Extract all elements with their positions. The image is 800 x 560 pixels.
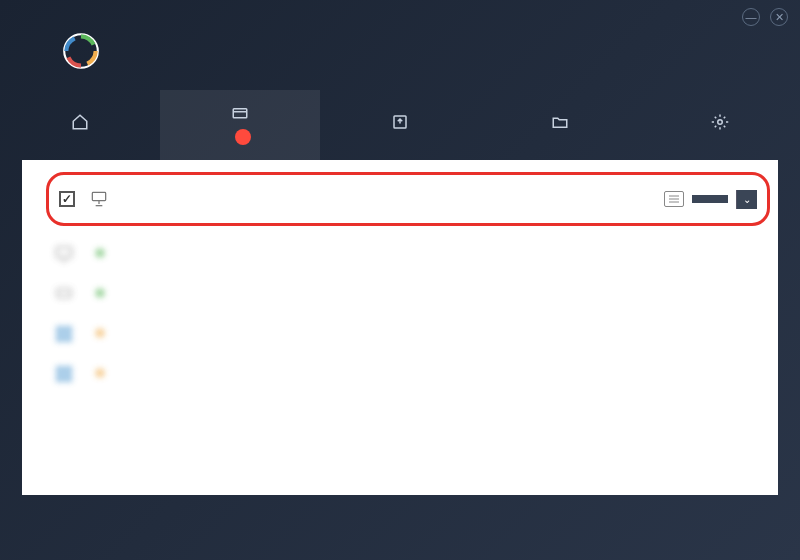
nav-updates-label-wrap bbox=[230, 129, 251, 145]
nav-driver-updates[interactable] bbox=[160, 90, 320, 160]
gear-icon bbox=[710, 113, 730, 131]
content-panel: ⌄ bbox=[22, 160, 778, 495]
app-logo-icon bbox=[60, 30, 102, 72]
updates-count-badge bbox=[235, 129, 251, 145]
driver-actions: ⌄ bbox=[664, 190, 757, 209]
svg-rect-1 bbox=[233, 109, 247, 118]
driver-list: ⌄ bbox=[46, 172, 770, 437]
svg-rect-14 bbox=[57, 327, 64, 334]
windows-icon bbox=[54, 364, 74, 384]
status-dot-icon bbox=[96, 329, 104, 337]
svg-rect-15 bbox=[65, 327, 72, 334]
svg-rect-16 bbox=[57, 335, 64, 342]
update-dropdown[interactable]: ⌄ bbox=[736, 190, 757, 209]
svg-rect-13 bbox=[57, 289, 70, 297]
app-header bbox=[0, 0, 800, 82]
svg-rect-11 bbox=[57, 247, 72, 257]
folder-icon bbox=[550, 113, 570, 131]
svg-rect-5 bbox=[92, 192, 105, 200]
nav-settings[interactable] bbox=[640, 90, 800, 160]
driver-row-highlighted[interactable]: ⌄ bbox=[46, 172, 770, 226]
svg-point-4 bbox=[718, 120, 723, 125]
driver-info bbox=[88, 369, 762, 379]
driver-row[interactable] bbox=[46, 314, 770, 354]
nav-restore[interactable] bbox=[480, 90, 640, 160]
svg-rect-21 bbox=[65, 375, 72, 382]
nav-backup[interactable] bbox=[320, 90, 480, 160]
minimize-button[interactable]: — bbox=[742, 8, 760, 26]
network-card-icon bbox=[89, 189, 109, 209]
updates-icon bbox=[230, 105, 250, 123]
driver-info bbox=[123, 198, 650, 200]
driver-row[interactable] bbox=[46, 274, 770, 314]
driver-checkbox[interactable] bbox=[59, 191, 75, 207]
svg-rect-18 bbox=[57, 367, 64, 374]
details-icon[interactable] bbox=[664, 191, 684, 207]
main-nav bbox=[0, 90, 800, 160]
driver-info bbox=[88, 249, 762, 259]
status-dot-icon bbox=[96, 369, 104, 377]
driver-info bbox=[88, 329, 748, 339]
titlebar: — ✕ bbox=[732, 8, 788, 26]
status-dot-icon bbox=[96, 249, 104, 257]
svg-rect-19 bbox=[65, 367, 72, 374]
monitor-icon bbox=[54, 244, 74, 264]
nav-home[interactable] bbox=[0, 90, 160, 160]
driver-row[interactable] bbox=[46, 234, 770, 274]
status-dot-icon bbox=[96, 289, 104, 297]
windows-icon bbox=[54, 324, 74, 344]
home-icon bbox=[70, 113, 90, 131]
svg-rect-20 bbox=[57, 375, 64, 382]
audio-icon bbox=[54, 284, 74, 304]
driver-row[interactable] bbox=[46, 354, 770, 394]
driver-info bbox=[88, 289, 762, 299]
update-button[interactable] bbox=[692, 195, 728, 203]
backup-icon bbox=[390, 113, 410, 131]
svg-rect-17 bbox=[65, 335, 72, 342]
close-button[interactable]: ✕ bbox=[770, 8, 788, 26]
svg-point-0 bbox=[64, 34, 98, 68]
